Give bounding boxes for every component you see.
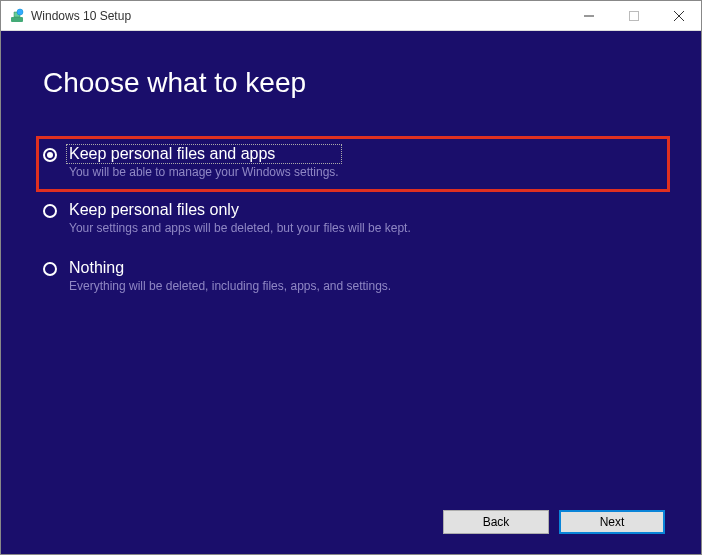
option-label: Nothing <box>69 259 391 277</box>
footer-buttons: Back Next <box>443 510 665 534</box>
option-description: You will be able to manage your Windows … <box>69 165 339 179</box>
option-keep-files-only[interactable]: Keep personal files only Your settings a… <box>43 199 659 237</box>
minimize-button[interactable] <box>566 1 611 30</box>
titlebar: Windows 10 Setup <box>1 1 701 31</box>
option-description: Everything will be deleted, including fi… <box>69 279 391 293</box>
next-button[interactable]: Next <box>559 510 665 534</box>
close-button[interactable] <box>656 1 701 30</box>
option-label: Keep personal files and apps <box>66 144 342 164</box>
window-controls <box>566 1 701 30</box>
svg-rect-0 <box>11 17 23 22</box>
content-area: Choose what to keep Keep personal files … <box>1 31 701 554</box>
back-button[interactable]: Back <box>443 510 549 534</box>
page-heading: Choose what to keep <box>43 67 659 99</box>
option-text: Keep personal files and apps You will be… <box>69 145 339 179</box>
option-text: Nothing Everything will be deleted, incl… <box>69 259 391 293</box>
svg-point-1 <box>17 9 23 15</box>
svg-rect-3 <box>629 11 638 20</box>
option-description: Your settings and apps will be deleted, … <box>69 221 411 235</box>
option-text: Keep personal files only Your settings a… <box>69 201 411 235</box>
maximize-button <box>611 1 656 30</box>
window-title: Windows 10 Setup <box>31 9 566 23</box>
option-keep-files-apps[interactable]: Keep personal files and apps You will be… <box>36 136 670 192</box>
setup-window: Windows 10 Setup Choose what to keep Kee… <box>0 0 702 555</box>
option-nothing[interactable]: Nothing Everything will be deleted, incl… <box>43 257 659 295</box>
option-label: Keep personal files only <box>69 201 411 219</box>
radio-icon <box>43 262 57 276</box>
options-group: Keep personal files and apps You will be… <box>43 145 659 295</box>
setup-icon <box>9 8 25 24</box>
radio-icon <box>43 148 57 162</box>
radio-icon <box>43 204 57 218</box>
